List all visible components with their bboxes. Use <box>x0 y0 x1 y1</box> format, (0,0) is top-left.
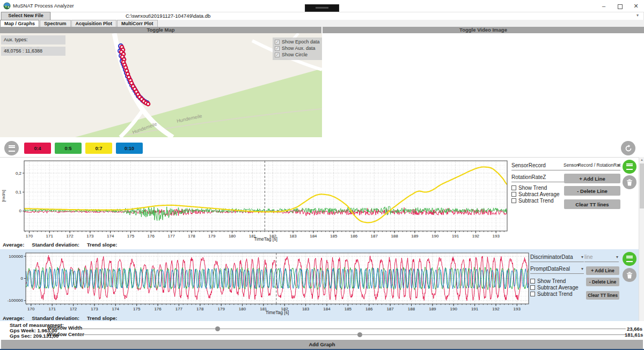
toggle-video-header[interactable]: Toggle Video Image <box>323 27 644 33</box>
app-icon <box>3 2 11 10</box>
graph2-checkbox-show-trend[interactable]: Show Trend <box>530 278 579 284</box>
checkbox-label: Subtract Average <box>518 191 560 197</box>
scroll-up-icon[interactable]: ▲ <box>639 158 644 161</box>
channel-button-0-10[interactable]: 0:10 <box>116 143 143 154</box>
graph2-field-select[interactable]: PromptDataReal▾ <box>530 265 584 274</box>
graph2-menu-button[interactable] <box>623 252 636 266</box>
channel-button-0-7[interactable]: 0:7 <box>85 143 112 154</box>
graph1-delete-line-button[interactable]: - Delete Line <box>564 186 620 196</box>
minimize-button[interactable]: – <box>596 0 612 12</box>
svg-text:172: 172 <box>70 307 77 311</box>
checkbox-icon[interactable]: ✓ <box>275 53 280 57</box>
graph2-field-select-value: PromptDataReal <box>530 266 570 272</box>
graph1-checkbox-show-trend[interactable]: Show Trend <box>511 184 560 191</box>
map-checkbox-show-epoch-data[interactable]: ✓Show Epoch data <box>275 39 322 45</box>
graph2-plot[interactable]: 1701711721731741751761771781791801811821… <box>0 250 531 315</box>
graph2-delete-graph-button[interactable] <box>623 268 636 282</box>
svg-text:175: 175 <box>133 307 141 311</box>
graph2-delete-line-button[interactable]: - Delete Line <box>586 278 619 286</box>
chevron-down-icon[interactable]: ▾ <box>636 13 639 18</box>
graph1-average-label: Average: <box>3 242 24 248</box>
svg-text:176: 176 <box>154 307 162 311</box>
graph1-options: Show TrendSubtract AverageSubtract Trend <box>511 184 560 204</box>
checkbox-icon[interactable] <box>511 185 516 190</box>
maximize-button[interactable] <box>612 0 628 12</box>
scrollbar-thumb[interactable] <box>640 163 644 208</box>
window-center-slider-track[interactable] <box>78 334 626 335</box>
svg-text:173: 173 <box>91 307 98 311</box>
toggle-map-header[interactable]: Toggle Map <box>0 27 321 33</box>
map-panel[interactable]: HundemeileHundemeile Aux. types: LowVisP… <box>0 33 322 137</box>
graph1-stats: Average: Standard deviation: Trend slope… <box>3 242 117 248</box>
channel-menu-button[interactable] <box>4 141 19 155</box>
title-bar: MuSNAT Process Analyzer – ✕ <box>0 0 644 12</box>
graph1-record-select-value: SensorRecord <box>511 162 546 168</box>
channel-button-0-5[interactable]: 0:5 <box>55 143 82 154</box>
graph2-clear-tt-button[interactable]: Clear TT lines <box>586 291 619 300</box>
checkbox-icon[interactable] <box>530 292 535 296</box>
graph2-checkbox-subtract-trend[interactable]: Subtract Trend <box>530 291 579 297</box>
checkbox-label: Show Circle <box>282 52 308 57</box>
tab-multicorr-plot[interactable]: MultiCorr Plot <box>117 20 158 27</box>
graph1-field-select-value: RotationRateZ <box>511 174 546 180</box>
refresh-icon <box>625 145 632 152</box>
checkbox-icon[interactable] <box>530 285 535 290</box>
file-bar: Select New File C:\swrxout\20191127-1047… <box>0 12 644 20</box>
window-width-slider-handle[interactable] <box>215 326 220 331</box>
svg-text:174: 174 <box>107 234 114 239</box>
select-new-file-button[interactable]: Select New File <box>1 12 50 20</box>
chevron-down-icon: ▾ <box>581 253 583 261</box>
graph1-line-select-value: SensorRecord / RotationRateZ <box>564 162 620 168</box>
file-path-text: C:\swrxout\20191127-104749\data.db <box>126 12 210 19</box>
graph1-checkbox-subtract-average[interactable]: Subtract Average <box>511 191 560 197</box>
refresh-button[interactable] <box>621 141 635 155</box>
window-width-slider-track[interactable] <box>78 329 626 329</box>
map-checkbox-show-circle[interactable]: ✓Show Circle <box>275 51 322 58</box>
graph1-clear-tt-button[interactable]: Clear TT lines <box>564 199 620 209</box>
channel-button-0-4[interactable]: 0:4 <box>24 143 51 154</box>
svg-text:193: 193 <box>514 307 521 311</box>
graph1-delete-graph-button[interactable] <box>623 175 636 189</box>
maximize-icon <box>618 4 623 9</box>
vertical-scrollbar[interactable]: ▲ ▼ <box>639 157 644 325</box>
file-path-field[interactable]: C:\swrxout\20191127-104749\data.db <box>50 12 644 20</box>
graph2-record-select[interactable]: DiscriminatorData▾ <box>530 253 584 262</box>
footer: Start of measurement: Gps Week: 1.963,00… <box>0 321 644 340</box>
tab-spectrum[interactable]: Spectrum <box>40 20 71 27</box>
graph1-line-select[interactable]: SensorRecord / RotationRateZ▾ <box>564 161 620 170</box>
graph1-checkbox-subtract-trend[interactable]: Subtract Trend <box>511 197 560 204</box>
window-center-slider-handle[interactable] <box>357 332 362 337</box>
checkbox-icon[interactable]: ✓ <box>275 40 280 44</box>
map-coordinates-label: 48,0756 : 11,6388 <box>1 47 65 56</box>
checkbox-label: Subtract Average <box>537 285 579 291</box>
add-graph-button[interactable]: Add Graph <box>1 340 643 349</box>
checkbox-label: Show Aux. data <box>282 46 316 51</box>
hamburger-icon <box>9 145 15 152</box>
checkbox-icon[interactable] <box>511 192 516 197</box>
graph2-add-line-button[interactable]: + Add Line <box>586 266 619 275</box>
svg-text:184: 184 <box>310 234 317 239</box>
svg-text:185: 185 <box>345 307 352 311</box>
graph1-add-line-button[interactable]: + Add Line <box>564 174 620 183</box>
checkbox-icon[interactable] <box>530 279 535 284</box>
chevron-down-icon: ▾ <box>618 161 620 169</box>
svg-text:183: 183 <box>289 234 297 239</box>
svg-text:187: 187 <box>371 234 378 239</box>
graph1-menu-button[interactable] <box>623 160 636 174</box>
svg-text:170: 170 <box>26 234 33 239</box>
tab-acquisition-plot[interactable]: Acquisition Plot <box>71 20 117 27</box>
checkbox-icon[interactable] <box>511 198 516 203</box>
svg-text:[rad/s]: [rad/s] <box>1 190 6 202</box>
graph2-stddev-label: Standard deviation: <box>32 315 79 321</box>
graph1-plot[interactable]: 1701711721731741751761771781791801811821… <box>0 158 510 242</box>
checkbox-icon[interactable]: ✓ <box>275 46 280 51</box>
tab-map-graphs[interactable]: Map / Graphs <box>0 20 39 27</box>
map-checkbox-show-aux-data[interactable]: ✓Show Aux. data <box>275 45 322 51</box>
graph2-checkbox-subtract-average[interactable]: Subtract Average <box>530 284 579 291</box>
recording-overlay-bar <box>316 7 328 9</box>
close-button[interactable]: ✕ <box>628 0 644 12</box>
graph2-line-select[interactable]: line▾ <box>584 253 619 262</box>
svg-text:185: 185 <box>330 234 338 239</box>
svg-text:TimeTag [s]: TimeTag [s] <box>254 236 277 242</box>
svg-text:192: 192 <box>472 234 480 239</box>
